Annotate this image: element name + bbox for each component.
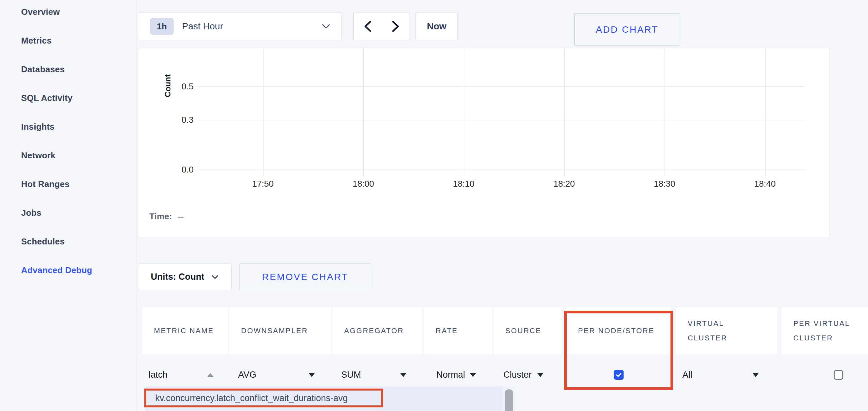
- sidebar-item-insights[interactable]: Insights: [0, 112, 136, 141]
- column-header-per-virtual-cluster: PER VIRTUAL CLUSTER: [781, 307, 868, 354]
- per-virtual-cluster-cell: [781, 363, 868, 386]
- sidebar-item-advanced-debug[interactable]: Advanced Debug: [0, 256, 136, 285]
- virtual-cluster-select[interactable]: All: [676, 363, 777, 386]
- aggregator-select[interactable]: SUM: [332, 363, 423, 386]
- autocomplete-item[interactable]: kv.concurrency.latch_conflict_wait_durat…: [155, 393, 348, 403]
- x-gridline: [765, 48, 766, 176]
- x-tick-label: 18:10: [444, 179, 484, 189]
- remove-chart-button[interactable]: REMOVE CHART: [239, 264, 371, 290]
- x-tick-label: 17:50: [243, 179, 283, 189]
- per-node-store-cell: [566, 363, 671, 386]
- sidebar-item-metrics[interactable]: Metrics: [0, 26, 136, 55]
- x-tick-label: 18:40: [745, 179, 785, 189]
- column-header-label: RATE: [436, 323, 458, 338]
- source-selected-value: Cluster: [503, 370, 532, 380]
- per-node-store-checkbox[interactable]: [614, 370, 624, 380]
- column-header-downsampler: DOWNSAMPLER: [229, 307, 331, 354]
- sidebar-item-overview[interactable]: Overview: [0, 0, 136, 26]
- column-header-label: AGGREGATOR: [344, 323, 404, 338]
- sidebar-item-databases[interactable]: Databases: [0, 55, 136, 84]
- metric-autocomplete-dropdown: kv.concurrency.latch_conflict_wait_durat…: [145, 386, 515, 411]
- time-label: Time:: [149, 211, 172, 221]
- column-header-per-node-store: PER NODE/STORE: [566, 307, 671, 354]
- column-header-virtual-cluster: VIRTUAL CLUSTER: [676, 307, 777, 354]
- sidebar: OverviewMetricsDatabasesSQL ActivityInsi…: [0, 0, 137, 411]
- column-header-label: SOURCE: [505, 323, 541, 338]
- column-header-metric-name: METRIC NAME: [142, 307, 228, 354]
- chevron-right-icon: [392, 21, 400, 32]
- y-tick-label: 0.5: [168, 81, 193, 92]
- x-gridline: [464, 48, 464, 176]
- chevron-left-icon: [363, 21, 372, 32]
- time-range-label: Past Hour: [182, 21, 223, 32]
- units-dropdown-label: Units: Count: [151, 272, 205, 282]
- downsampler-select[interactable]: AVG: [229, 363, 331, 386]
- triangle-down-icon: [537, 373, 544, 377]
- y-gridline: [197, 87, 805, 87]
- metric-name-cell: [142, 363, 228, 386]
- x-tick-label: 18:20: [544, 179, 584, 189]
- prev-range-button[interactable]: [353, 12, 382, 40]
- x-tick-label: 18:30: [645, 179, 684, 189]
- rate-select[interactable]: Normal: [424, 363, 492, 386]
- add-chart-button[interactable]: ADD CHART: [575, 13, 680, 46]
- source-select[interactable]: Cluster: [493, 363, 561, 386]
- y-gridline: [197, 170, 805, 170]
- per-virtual-cluster-checkbox[interactable]: [834, 370, 843, 380]
- sidebar-item-jobs[interactable]: Jobs: [0, 199, 136, 227]
- column-header-label: VIRTUAL CLUSTER: [688, 316, 765, 345]
- x-gridline: [263, 48, 264, 176]
- time-range-selector[interactable]: 1h Past Hour: [138, 12, 342, 40]
- triangle-down-icon: [309, 373, 315, 377]
- y-tick-label: 0.3: [168, 115, 193, 125]
- column-header-label: DOWNSAMPLER: [241, 323, 308, 338]
- units-dropdown[interactable]: Units: Count: [138, 264, 231, 290]
- virtual-cluster-selected-value: All: [682, 370, 692, 380]
- x-gridline: [363, 48, 364, 176]
- column-header-label: METRIC NAME: [154, 323, 214, 338]
- column-header-label: PER NODE/STORE: [578, 323, 654, 338]
- chevron-down-icon: [322, 24, 330, 29]
- rate-selected-value: Normal: [436, 370, 465, 380]
- y-gridline: [197, 120, 805, 121]
- column-header-rate: RATE: [424, 307, 492, 354]
- sidebar-item-hot-ranges[interactable]: Hot Ranges: [0, 170, 136, 199]
- column-header-source: SOURCE: [493, 307, 561, 354]
- next-range-button[interactable]: [381, 12, 410, 40]
- column-header-label: PER VIRTUAL CLUSTER: [793, 316, 868, 345]
- downsampler-selected-value: AVG: [238, 370, 256, 380]
- chevron-down-icon: [211, 275, 219, 279]
- aggregator-selected-value: SUM: [341, 370, 361, 380]
- triangle-down-icon: [400, 373, 407, 377]
- column-header-aggregator: AGGREGATOR: [332, 307, 423, 354]
- triangle-down-icon: [470, 373, 476, 377]
- x-tick-label: 18:00: [343, 179, 383, 189]
- scrollbar-thumb[interactable]: [505, 389, 513, 411]
- y-tick-label: 0.0: [168, 165, 193, 175]
- metric-name-input[interactable]: [149, 370, 198, 380]
- chart-hover-readout: Time:--: [149, 211, 184, 222]
- triangle-down-icon: [752, 373, 759, 377]
- chart-panel: Count Time:-- 0.00.30.517:5018:0018:1018…: [138, 48, 830, 238]
- sidebar-item-schedules[interactable]: Schedules: [0, 227, 136, 256]
- sidebar-item-network[interactable]: Network: [0, 141, 136, 170]
- x-gridline: [564, 48, 565, 176]
- sidebar-item-sql-activity[interactable]: SQL Activity: [0, 84, 136, 112]
- now-button[interactable]: Now: [415, 12, 458, 40]
- x-gridline: [664, 48, 665, 176]
- time-value: --: [178, 211, 184, 221]
- triangle-up-icon: [208, 373, 213, 377]
- checkmark-icon: [615, 371, 622, 378]
- time-range-badge: 1h: [150, 18, 174, 35]
